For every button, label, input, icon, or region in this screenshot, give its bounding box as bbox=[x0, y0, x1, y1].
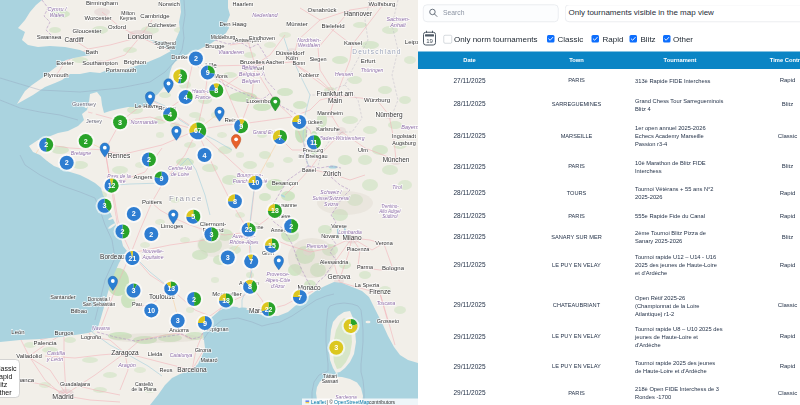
svg-text:Verona: Verona bbox=[375, 240, 393, 246]
svg-text:Den Haag: Den Haag bbox=[219, 21, 246, 27]
svg-text:Bretagne: Bretagne bbox=[71, 150, 92, 156]
svg-text:de la Plana: de la Plana bbox=[131, 386, 156, 392]
svg-text:Zürich: Zürich bbox=[323, 170, 341, 177]
svg-text:3: 3 bbox=[226, 253, 230, 262]
svg-text:4: 4 bbox=[184, 93, 188, 102]
svg-text:| ©: | © bbox=[327, 399, 334, 405]
svg-text:5: 5 bbox=[191, 212, 195, 221]
svg-text:Augsburg: Augsburg bbox=[392, 140, 416, 146]
svg-text:im Breisgau: im Breisgau bbox=[298, 153, 327, 159]
svg-text:3: 3 bbox=[334, 343, 338, 352]
svg-text:Portsmouth: Portsmouth bbox=[106, 67, 137, 73]
svg-text:Lleida: Lleida bbox=[148, 351, 164, 357]
svg-text:München: München bbox=[383, 156, 410, 163]
svg-text:Belgie -: Belgie - bbox=[242, 64, 261, 70]
svg-text:Gloucester: Gloucester bbox=[72, 28, 101, 34]
svg-text:8: 8 bbox=[233, 197, 237, 206]
svg-text:León: León bbox=[11, 329, 24, 335]
svg-text:Birmingham: Birmingham bbox=[86, 0, 118, 6]
svg-text:3: 3 bbox=[118, 118, 122, 127]
svg-text:contributors: contributors bbox=[369, 399, 396, 405]
svg-text:Keynes: Keynes bbox=[120, 15, 137, 21]
svg-text:Piacenza: Piacenza bbox=[347, 246, 371, 252]
svg-text:3: 3 bbox=[176, 316, 180, 325]
svg-text:12: 12 bbox=[108, 182, 116, 189]
svg-text:London: London bbox=[127, 32, 152, 41]
svg-text:5: 5 bbox=[349, 322, 353, 331]
svg-text:Belgien: Belgien bbox=[242, 78, 260, 84]
svg-text:Sassari: Sassari bbox=[322, 378, 339, 384]
svg-text:9: 9 bbox=[206, 68, 210, 77]
svg-text:2: 2 bbox=[178, 72, 182, 81]
svg-text:21: 21 bbox=[129, 255, 137, 262]
svg-text:9: 9 bbox=[160, 174, 164, 183]
svg-text:Grosseto: Grosseto bbox=[377, 318, 399, 324]
svg-text:Middelburg: Middelburg bbox=[211, 34, 236, 40]
svg-text:Catalunya: Catalunya bbox=[170, 352, 193, 358]
svg-text:Swansea: Swansea bbox=[37, 34, 62, 40]
svg-text:Haarlem: Haarlem bbox=[233, 1, 254, 7]
svg-text:2: 2 bbox=[44, 140, 48, 149]
svg-text:Other: Other bbox=[0, 389, 12, 396]
svg-text:Cardiff: Cardiff bbox=[64, 36, 83, 43]
svg-text:Exeter: Exeter bbox=[56, 60, 73, 66]
svg-text:Rapid: Rapid bbox=[0, 373, 12, 381]
svg-text:Milano: Milano bbox=[342, 234, 362, 241]
svg-text:Leipz: Leipz bbox=[405, 39, 418, 45]
svg-text:Rennes: Rennes bbox=[108, 152, 131, 159]
svg-text:Plymouth: Plymouth bbox=[43, 72, 68, 78]
svg-text:23: 23 bbox=[245, 226, 253, 233]
svg-text:Bologna: Bologna bbox=[382, 265, 405, 271]
svg-text:Burgos: Burgos bbox=[54, 330, 73, 336]
svg-text:Main: Main bbox=[328, 97, 342, 104]
svg-text:Guernsey: Guernsey bbox=[72, 101, 96, 107]
svg-text:Aquitaine: Aquitaine bbox=[142, 254, 164, 260]
svg-text:Kassel: Kassel bbox=[344, 40, 362, 46]
svg-text:de Loire: de Loire bbox=[171, 171, 189, 177]
svg-text:Karlsruhe: Karlsruhe bbox=[316, 126, 340, 132]
svg-text:Piemonte: Piemonte bbox=[306, 243, 327, 249]
svg-text:Hannover: Hannover bbox=[344, 10, 373, 17]
svg-text:Belgique /: Belgique / bbox=[239, 71, 264, 77]
svg-text:Nürnberg: Nürnberg bbox=[375, 111, 402, 119]
svg-text:2: 2 bbox=[121, 227, 125, 236]
svg-text:Novara: Novara bbox=[321, 233, 340, 239]
svg-text:Valladolid: Valladolid bbox=[16, 353, 42, 359]
svg-text:Aachen: Aachen bbox=[266, 59, 285, 65]
svg-text:Bath: Bath bbox=[86, 49, 98, 55]
svg-text:Ingolstadt: Ingolstadt bbox=[392, 133, 416, 139]
svg-text:2: 2 bbox=[289, 222, 293, 231]
svg-text:Santander: Santander bbox=[50, 294, 76, 300]
svg-text:2: 2 bbox=[147, 155, 151, 164]
svg-text:67: 67 bbox=[194, 127, 202, 134]
svg-text:Siegen: Siegen bbox=[309, 56, 326, 62]
svg-text:Münster: Münster bbox=[286, 21, 308, 27]
svg-text:15: 15 bbox=[268, 242, 276, 249]
svg-text:Navarra: Navarra bbox=[92, 325, 110, 331]
svg-text:2: 2 bbox=[149, 230, 153, 239]
svg-text:2: 2 bbox=[84, 137, 88, 146]
svg-text:Vlaanderen: Vlaanderen bbox=[218, 49, 244, 55]
svg-text:Girona: Girona bbox=[195, 347, 212, 353]
svg-text:Basel: Basel bbox=[302, 167, 316, 173]
svg-text:Southampton: Southampton bbox=[82, 60, 118, 66]
svg-text:Westfalen: Westfalen bbox=[298, 42, 320, 48]
svg-text:Poitiers: Poitiers bbox=[142, 199, 162, 205]
svg-text:Guadalajara: Guadalajara bbox=[60, 381, 91, 387]
svg-text:Koblenz: Koblenz bbox=[299, 72, 319, 78]
svg-text:Oxford: Oxford bbox=[108, 24, 126, 30]
svg-text:Worcester: Worcester bbox=[84, 15, 111, 21]
svg-text:3: 3 bbox=[209, 230, 213, 239]
svg-text:Rhône-Alpes: Rhône-Alpes bbox=[230, 239, 259, 245]
svg-text:7: 7 bbox=[278, 133, 282, 142]
svg-text:Limoges: Limoges bbox=[161, 223, 184, 229]
svg-text:Baden-Württemberg: Baden-Württemberg bbox=[319, 135, 364, 141]
svg-text:Aragón: Aragón bbox=[117, 362, 136, 368]
svg-text:France: France bbox=[169, 194, 203, 203]
svg-text:Angers: Angers bbox=[133, 174, 152, 180]
svg-text:Palencia: Palencia bbox=[33, 340, 57, 346]
svg-text:Nederland: Nederland bbox=[252, 12, 278, 18]
svg-text:Tirol: Tirol bbox=[392, 184, 403, 190]
svg-text:Reus: Reus bbox=[160, 367, 173, 373]
svg-text:Jersey: Jersey bbox=[86, 118, 102, 124]
